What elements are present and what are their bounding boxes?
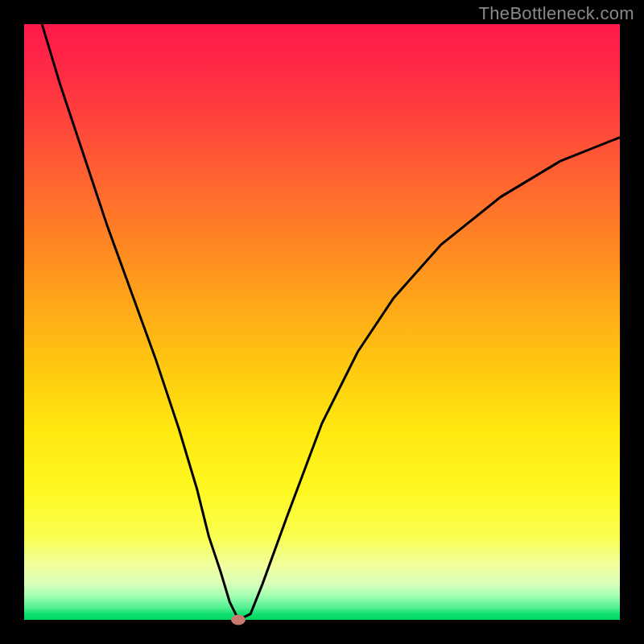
chart-curve-svg <box>24 24 620 620</box>
watermark-text: TheBottleneck.com <box>479 3 634 24</box>
chart-curve <box>42 24 620 620</box>
chart-marker-dot <box>231 615 246 625</box>
chart-plot-area <box>24 24 620 620</box>
